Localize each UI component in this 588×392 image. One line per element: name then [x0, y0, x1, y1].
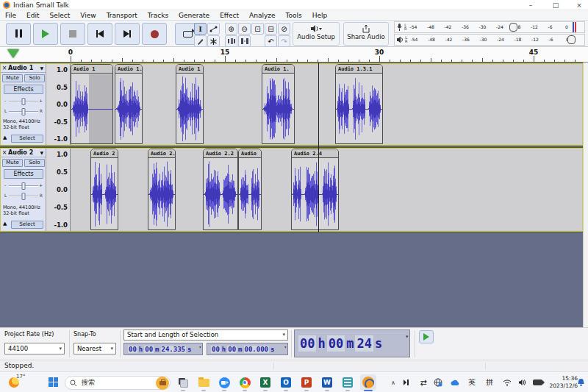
powerpoint-button[interactable]: P [298, 374, 315, 391]
zoom-in-button[interactable]: ⊕ [225, 23, 237, 35]
play-at-speed-button[interactable] [419, 330, 434, 343]
play-button[interactable] [33, 23, 58, 45]
zoom-out-button[interactable]: ⊖ [238, 23, 251, 35]
clip-title[interactable]: Audio 2. [148, 149, 175, 158]
effects-button[interactable]: Effects [4, 85, 43, 94]
select-button[interactable]: Select [11, 221, 43, 229]
clip-title[interactable]: Audio 1 [71, 65, 112, 74]
time-digits[interactable]: 24 [355, 335, 373, 352]
playback-meter-thumb[interactable] [567, 35, 576, 44]
selection-length-field[interactable]: ▾00h00m00.000s [207, 343, 288, 355]
track-control-panel[interactable]: × Audio 2 ▼ Mute Solo Effects - + L R Mo… [1, 149, 46, 231]
track-close-button[interactable]: × [1, 65, 8, 71]
menu-item-tools[interactable]: Tools [281, 12, 307, 19]
zoom-app-button[interactable] [216, 374, 232, 391]
clip-title[interactable]: Audio 2 [91, 149, 118, 158]
menu-item-view[interactable]: View [75, 12, 101, 19]
fit-selection-button[interactable]: ⊡ [251, 23, 264, 35]
audio-clip[interactable]: Audio 1.3.1 [335, 64, 383, 144]
clip-title[interactable]: Audio 1. [115, 65, 142, 74]
audio-clip[interactable]: Audio 2.2 [203, 149, 238, 230]
audio-position-display[interactable]: ▾00h00m24s [294, 329, 410, 357]
audio-clip[interactable]: Audio [238, 149, 262, 230]
track-row-audio-2[interactable]: × Audio 2 ▼ Mute Solo Effects - + L R Mo… [0, 148, 583, 232]
pan-slider[interactable]: L R [4, 108, 43, 115]
gain-slider-thumb[interactable] [22, 98, 26, 105]
time-digits[interactable]: 00 [298, 335, 316, 352]
menu-item-generate[interactable]: Generate [173, 12, 215, 19]
timeline-ruler[interactable]: 0153045 [0, 47, 588, 63]
audio-clip[interactable]: Audio 1. [115, 64, 143, 144]
pan-slider-thumb[interactable] [22, 193, 26, 200]
track-menu-caret-icon[interactable]: ▼ [40, 65, 43, 71]
envelope-tool-button[interactable] [207, 23, 220, 35]
collapse-button[interactable]: ▲ [3, 221, 7, 227]
battery-tray-icon[interactable] [531, 374, 544, 391]
mute-button[interactable]: Mute [2, 159, 23, 167]
audacity-taskbar-button[interactable] [360, 374, 376, 391]
menu-item-select[interactable]: Select [45, 12, 76, 19]
track-clip-area[interactable]: Audio 1Audio 1.Audio 1Audio 1.Audio 1.3.… [71, 64, 582, 145]
audio-setup-button[interactable]: Audio Setup [293, 22, 340, 46]
gain-slider-thumb[interactable] [22, 182, 26, 190]
menu-item-file[interactable]: File [0, 12, 21, 19]
track-header[interactable]: × Audio 1 ▼ [1, 64, 46, 73]
menu-item-analyze[interactable]: Analyze [244, 12, 280, 19]
gain-slider[interactable]: - + [4, 98, 43, 105]
select-button[interactable]: Select [11, 135, 43, 143]
menu-item-help[interactable]: Help [307, 12, 333, 19]
share-audio-button[interactable]: Share Audio [343, 22, 389, 46]
network-tray-icon[interactable] [432, 374, 444, 391]
taskbar-clock[interactable]: 15:36 2023/12/6 [550, 375, 578, 390]
record-meter[interactable]: LR 0-6-12-18-24-30-36-42-48-54 [394, 21, 585, 33]
sync-tray-icon[interactable]: ⇄ [417, 374, 429, 391]
trim-audio-button[interactable] [225, 35, 237, 47]
audio-clip[interactable]: Audio 2.4 [291, 149, 339, 230]
undo-button[interactable]: ↶ [265, 35, 277, 47]
track-row-audio-1[interactable]: × Audio 1 ▼ Mute Solo Effects - + L R Mo… [0, 63, 583, 146]
time-digits[interactable]: 00 [227, 346, 237, 353]
solo-button[interactable]: Solo [24, 159, 45, 167]
menu-item-transport[interactable]: Transport [101, 12, 143, 19]
close-button[interactable]: × [570, 0, 588, 10]
ime-language-indicator[interactable]: 英 [466, 374, 478, 391]
search-box[interactable]: 搜索 [65, 376, 171, 390]
excel-button[interactable]: X [257, 374, 273, 391]
outlook-button[interactable]: O [278, 374, 294, 391]
time-digits[interactable]: 00 [144, 346, 154, 353]
selection-start-field[interactable]: ▾00h00m24.335s [123, 343, 203, 355]
track-header[interactable]: × Audio 2 ▼ [1, 149, 46, 157]
collapse-button[interactable]: ▲ [3, 135, 7, 140]
volume-tray-icon[interactable] [516, 374, 528, 391]
multi-tool-button[interactable] [207, 35, 220, 47]
chrome-button[interactable] [237, 374, 253, 391]
file-explorer-button[interactable] [196, 374, 212, 391]
audio-clip[interactable]: Audio 1 [176, 64, 204, 144]
effects-button[interactable]: Effects [4, 169, 43, 179]
minimize-button[interactable]: – [522, 0, 539, 10]
pause-button[interactable] [6, 23, 31, 45]
task-view-button[interactable] [175, 374, 191, 391]
vertical-scrollbar[interactable] [583, 63, 588, 327]
search-highlight-icon[interactable] [156, 377, 169, 390]
skip-to-end-button[interactable] [115, 23, 140, 45]
draw-tool-button[interactable] [194, 35, 207, 47]
onedrive-tray-icon[interactable] [448, 374, 462, 391]
audio-clip[interactable]: Audio 1. [262, 64, 295, 144]
menu-item-tracks[interactable]: Tracks [143, 12, 173, 19]
time-digits[interactable]: 00 [211, 346, 220, 353]
fit-project-button[interactable]: ⊟ [265, 23, 277, 35]
audio-clip[interactable]: Audio 2 [90, 149, 118, 230]
track-control-panel[interactable]: × Audio 1 ▼ Mute Solo Effects - + L R Mo… [1, 64, 46, 145]
audio-clip[interactable]: Audio 1 [71, 64, 113, 144]
project-rate-select[interactable]: 44100▾ [4, 343, 65, 354]
menu-item-edit[interactable]: Edit [21, 12, 44, 19]
clip-title[interactable]: Audio 1. [262, 65, 294, 74]
record-button[interactable] [142, 23, 167, 45]
time-digits[interactable]: 00 [128, 346, 137, 353]
track-area[interactable]: × Audio 1 ▼ Mute Solo Effects - + L R Mo… [0, 63, 588, 327]
record-meter-thumb[interactable] [509, 23, 517, 32]
wifi-tray-icon[interactable] [501, 374, 513, 391]
track-close-button[interactable]: × [1, 149, 8, 156]
playback-meter[interactable]: LR 0-6-12-18-24-30-36-42-48-54 [394, 34, 585, 46]
